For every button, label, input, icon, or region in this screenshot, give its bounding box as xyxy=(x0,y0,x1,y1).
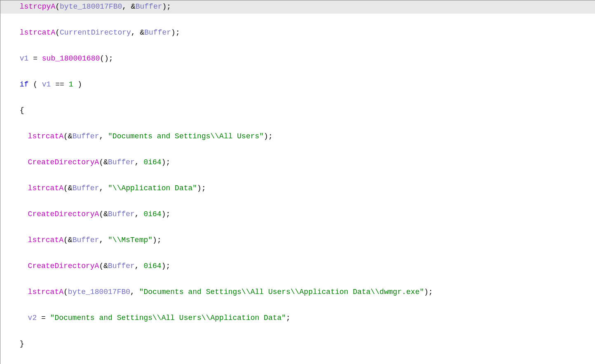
token-op: = xyxy=(37,314,50,322)
token-op: , xyxy=(135,262,144,270)
token-fn: CreateDirectoryA xyxy=(28,158,99,166)
token-var: CurrentDirectory xyxy=(60,28,131,37)
token-var: Buffer xyxy=(73,184,99,192)
token-fn: lstrcatA xyxy=(28,184,63,192)
token-op: , xyxy=(99,132,108,140)
decompiler-code-view[interactable]: lstrcpyA(byte_180017FB0, &Buffer); lstrc… xyxy=(0,0,595,364)
token-op: ( xyxy=(28,80,42,89)
token-num: 1 xyxy=(69,80,73,89)
token-var: Buffer xyxy=(108,210,135,218)
token-paren: ); xyxy=(162,158,171,166)
token-var: v1 xyxy=(42,80,51,89)
token-str: "\\Application Data" xyxy=(108,184,197,192)
token-paren: ( xyxy=(55,28,60,37)
code-line[interactable]: v1 = sub_180001680(); xyxy=(0,52,595,65)
token-var: Buffer xyxy=(144,28,171,37)
token-paren: ); xyxy=(171,28,180,37)
token-paren: ); xyxy=(162,2,171,11)
token-op: , xyxy=(130,288,139,296)
token-op: ) xyxy=(73,80,82,89)
token-op: { xyxy=(20,106,24,114)
token-paren: (& xyxy=(99,210,108,218)
token-str: "Documents and Settings\\All Users\\Appl… xyxy=(139,288,424,296)
code-line[interactable]: lstrcatA(&Buffer, "\\Application Data"); xyxy=(0,182,595,195)
token-paren: ); xyxy=(424,288,433,296)
code-line[interactable]: lstrcatA(byte_180017FB0, "Documents and … xyxy=(0,286,595,299)
code-line[interactable]: } xyxy=(0,338,595,351)
code-line[interactable]: lstrcatA(&Buffer, "Documents and Setting… xyxy=(0,130,595,143)
token-num: 0i64 xyxy=(143,210,161,218)
token-fn: lstrcatA xyxy=(28,132,63,140)
token-var: Buffer xyxy=(108,158,135,166)
token-fn: CreateDirectoryA xyxy=(28,210,99,218)
token-paren: (& xyxy=(99,262,108,270)
token-fn: lstrcatA xyxy=(20,28,55,37)
code-line[interactable]: lstrcatA(&Buffer, "\\MsTemp"); xyxy=(0,234,595,247)
token-fn: lstrcpyA xyxy=(20,2,55,11)
token-fn: sub_180001680 xyxy=(42,54,100,63)
token-var: Buffer xyxy=(136,2,162,11)
token-op: , xyxy=(135,158,144,166)
token-paren: (& xyxy=(63,236,73,244)
token-var: Buffer xyxy=(73,236,99,244)
token-paren: ( xyxy=(55,2,60,11)
token-paren: (& xyxy=(63,132,73,140)
token-var: v1 xyxy=(20,54,29,63)
token-op: } xyxy=(20,340,24,348)
token-op: = xyxy=(28,54,42,63)
token-op: , & xyxy=(131,28,144,37)
token-paren: ); xyxy=(162,210,171,218)
token-op: ; xyxy=(286,314,290,322)
code-line[interactable]: CreateDirectoryA(&Buffer, 0i64); xyxy=(0,208,595,221)
token-op: , xyxy=(99,236,108,244)
code-line[interactable]: lstrcpyA(byte_180017FB0, &Buffer); xyxy=(0,0,595,14)
token-paren: ); xyxy=(162,262,171,270)
token-paren: (& xyxy=(63,184,73,192)
token-paren: ); xyxy=(197,184,206,192)
token-paren: (& xyxy=(99,158,108,166)
code-line[interactable]: v2 = "Documents and Settings\\All Users\… xyxy=(0,312,595,325)
token-paren: ); xyxy=(152,236,162,244)
token-fn: lstrcatA xyxy=(28,288,63,296)
token-str: "Documents and Settings\\All Users" xyxy=(108,132,264,140)
token-op: == xyxy=(51,80,68,89)
token-paren: (); xyxy=(100,54,113,63)
code-line[interactable]: CreateDirectoryA(&Buffer, 0i64); xyxy=(0,260,595,273)
token-paren: ( xyxy=(63,288,68,296)
token-num: 0i64 xyxy=(143,158,161,166)
token-op: , xyxy=(135,210,144,218)
token-str: "\\MsTemp" xyxy=(108,236,152,244)
code-line[interactable]: lstrcatA(CurrentDirectory, &Buffer); xyxy=(0,26,595,40)
token-paren: ); xyxy=(264,132,273,140)
token-kw: if xyxy=(20,80,29,89)
code-line[interactable]: CreateDirectoryA(&Buffer, 0i64); xyxy=(0,156,595,169)
token-op: , xyxy=(99,184,108,192)
token-num: 0i64 xyxy=(143,262,161,270)
token-str: "Documents and Settings\\All Users\\Appl… xyxy=(50,314,286,322)
token-var: Buffer xyxy=(73,132,99,140)
code-line[interactable]: if ( v1 == 1 ) xyxy=(0,78,595,91)
token-var: byte_180017FB0 xyxy=(60,2,122,11)
code-line[interactable]: { xyxy=(0,104,595,117)
token-fn: CreateDirectoryA xyxy=(28,262,99,270)
token-var: v2 xyxy=(28,314,37,322)
token-fn: lstrcatA xyxy=(28,236,63,244)
token-op: , & xyxy=(122,2,135,11)
token-var: Buffer xyxy=(108,262,135,270)
token-var: byte_180017FB0 xyxy=(68,288,130,296)
